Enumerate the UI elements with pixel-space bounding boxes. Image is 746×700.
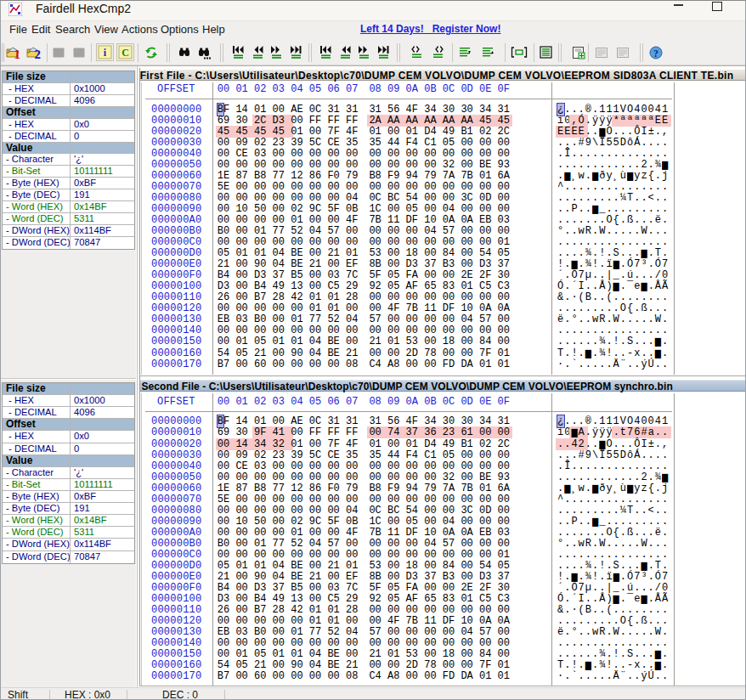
svg-text:?: ? bbox=[653, 48, 658, 59]
svg-text:C: C bbox=[122, 47, 129, 59]
svg-text:1: 1 bbox=[14, 48, 21, 60]
svg-text:2: 2 bbox=[35, 48, 42, 60]
